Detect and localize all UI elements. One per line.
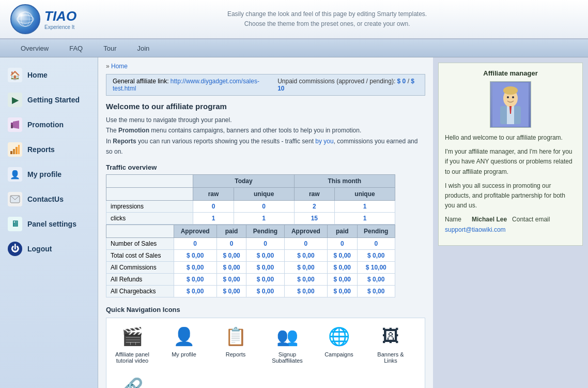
subheader-today-raw: raw bbox=[193, 187, 234, 200]
sales-row: Number of Sales000000 bbox=[106, 237, 395, 249]
sales-row: All Refunds$ 0,00$ 0,00$ 0,00$ 0,00$ 0,0… bbox=[106, 273, 395, 285]
svg-point-20 bbox=[512, 96, 514, 98]
svg-rect-5 bbox=[11, 125, 13, 128]
logo-text: TIAO bbox=[44, 8, 76, 24]
traffic-table: Today This month raw unique raw unique i… bbox=[106, 174, 395, 225]
qn-campaigns-label: Campaigns bbox=[324, 351, 353, 357]
sales-row-val: $ 0,00 bbox=[328, 273, 357, 285]
sales-row-label: Number of Sales bbox=[106, 237, 174, 249]
sales-row-val: $ 0,00 bbox=[174, 249, 216, 261]
qn-campaigns-icon: 🌐 bbox=[326, 323, 352, 349]
sales-header-pending2: Pending bbox=[357, 225, 395, 237]
row-label-clicks: clicks bbox=[106, 212, 193, 224]
sales-table: Approved paid Pending Approved paid Pend… bbox=[106, 225, 395, 297]
logout-icon: ⏻ bbox=[8, 242, 22, 256]
sales-row-val: $ 0,00 bbox=[357, 285, 395, 297]
qn-banners-icon: 🖼 bbox=[378, 323, 404, 349]
sales-row-val: $ 0,00 bbox=[284, 273, 327, 285]
sales-row-label: Total cost of Sales bbox=[106, 249, 174, 261]
clicks-today-unique: 1 bbox=[234, 212, 294, 224]
qn-reports-icon: 📋 bbox=[223, 323, 249, 349]
sales-tbody: Number of Sales000000Total cost of Sales… bbox=[106, 237, 395, 297]
sales-header-approved1: Approved bbox=[174, 225, 216, 237]
sales-row-val: $ 0,00 bbox=[216, 285, 246, 297]
welcome-line1: Use the menu to navigate through your pa… bbox=[106, 115, 425, 125]
sales-row-val: $ 0,00 bbox=[174, 273, 216, 285]
traffic-section: Traffic overview Today This month raw un… bbox=[106, 163, 425, 297]
breadcrumb: » Home bbox=[106, 63, 425, 70]
sales-header-approved2: Approved bbox=[284, 225, 327, 237]
svg-marker-4 bbox=[13, 121, 19, 129]
home-icon: 🏠 bbox=[8, 68, 22, 82]
header-month: This month bbox=[294, 174, 395, 187]
commission-approved: $ 0 bbox=[397, 78, 406, 85]
logo-subtext: Experience It bbox=[44, 24, 76, 30]
sales-row-label: All Commissions bbox=[106, 261, 174, 273]
promotion-icon bbox=[8, 117, 22, 132]
quick-icon-qn-tutorial[interactable]: 🎬Affiliate panel tutorial video bbox=[112, 323, 153, 364]
quick-nav: Quick Navigation Icons 🎬Affiliate panel … bbox=[106, 306, 425, 388]
impressions-today-unique: 0 bbox=[234, 200, 294, 212]
sidebar-item-promotion[interactable]: Promotion bbox=[0, 112, 98, 137]
qn-signup-icon: 👥 bbox=[274, 323, 300, 349]
sidebar-item-reports[interactable]: Reports bbox=[0, 137, 98, 162]
sidebar-item-contact[interactable]: ContactUs bbox=[0, 187, 98, 212]
sales-row-val: $ 0,00 bbox=[174, 261, 216, 273]
quick-nav-title: Quick Navigation Icons bbox=[106, 306, 425, 314]
manager-description: I'm your affiliate manager, and I'm here… bbox=[445, 147, 576, 177]
nav-item-overview[interactable]: Overview bbox=[10, 40, 59, 56]
svg-rect-8 bbox=[16, 147, 18, 154]
svg-point-19 bbox=[507, 96, 509, 98]
quick-icon-qn-signup[interactable]: 👥Signup Subaffiliates bbox=[267, 323, 308, 364]
svg-point-1 bbox=[21, 12, 29, 26]
qn-tutorial-icon: 🎬 bbox=[119, 323, 145, 349]
welcome-line3: In Reports you can run various reports s… bbox=[106, 136, 425, 157]
quick-icon-qn-directlink[interactable]: 🔗DirectLink URLs bbox=[112, 374, 153, 388]
manager-contact: Name Michael Lee Contact email support@t… bbox=[445, 215, 576, 234]
right-panel: Affiliate manager bbox=[433, 57, 588, 388]
header-today: Today bbox=[193, 174, 294, 187]
content-area: » Home General affiliate link: http://ww… bbox=[98, 57, 433, 388]
header: TIAO Experience It Easily change the loo… bbox=[0, 0, 588, 39]
sidebar-item-panel-settings[interactable]: 🖥 Panel settings bbox=[0, 212, 98, 236]
nav-item-faq[interactable]: FAQ bbox=[59, 40, 93, 56]
affiliate-label: General affiliate link: bbox=[113, 78, 169, 85]
qn-profile-icon: 👤 bbox=[171, 323, 197, 349]
sales-header-paid2: paid bbox=[328, 225, 357, 237]
manager-name-label: Name bbox=[445, 216, 461, 223]
sidebar-item-my-profile[interactable]: 👤 My profile bbox=[0, 162, 98, 187]
quick-nav-icons: 🎬Affiliate panel tutorial video👤My profi… bbox=[106, 318, 425, 388]
sales-row-val: $ 0,00 bbox=[357, 273, 395, 285]
svg-rect-7 bbox=[13, 149, 15, 154]
contact-icon bbox=[8, 192, 22, 206]
sales-row-val: $ 0,00 bbox=[174, 285, 216, 297]
manager-contact-email: support@tiaowiki.com bbox=[445, 226, 506, 233]
logo-area: TIAO Experience It bbox=[10, 4, 76, 34]
sales-row-val: $ 0,00 bbox=[328, 261, 357, 273]
clicks-month-unique: 1 bbox=[334, 212, 395, 224]
quick-icon-qn-reports[interactable]: 📋Reports bbox=[215, 323, 256, 364]
sales-row-val: 0 bbox=[357, 237, 395, 249]
profile-icon: 👤 bbox=[8, 167, 22, 182]
table-row-clicks: clicks 1 1 15 1 bbox=[106, 212, 395, 224]
quick-icon-qn-profile[interactable]: 👤My profile bbox=[163, 323, 205, 364]
sales-row-val: $ 0,00 bbox=[216, 261, 246, 273]
nav-item-tour[interactable]: Tour bbox=[93, 40, 127, 56]
breadcrumb-home-link[interactable]: Home bbox=[111, 63, 128, 70]
sidebar-item-getting-started[interactable]: ▶ Getting Started bbox=[0, 87, 98, 112]
sales-header-paid1: paid bbox=[216, 225, 246, 237]
impressions-today-raw: 0 bbox=[193, 200, 234, 212]
qn-reports-label: Reports bbox=[226, 351, 246, 357]
sidebar-item-logout[interactable]: ⏻ Logout bbox=[0, 236, 98, 261]
quick-icon-qn-banners[interactable]: 🖼Banners & Links bbox=[370, 323, 411, 364]
nav-item-join[interactable]: Join bbox=[127, 40, 160, 56]
impressions-month-raw: 2 bbox=[294, 200, 334, 212]
qn-signup-label: Signup Subaffiliates bbox=[272, 351, 303, 364]
quick-icon-qn-campaigns[interactable]: 🌐Campaigns bbox=[318, 323, 360, 364]
qn-banners-label: Banners & Links bbox=[370, 351, 411, 364]
sidebar-item-home[interactable]: 🏠 Home bbox=[0, 63, 98, 87]
manager-contact-label: Contact email bbox=[512, 216, 550, 223]
table-row-impressions: impressions 0 0 2 1 bbox=[106, 200, 395, 212]
traffic-title: Traffic overview bbox=[106, 163, 425, 171]
sales-row-val: 0 bbox=[174, 237, 216, 249]
